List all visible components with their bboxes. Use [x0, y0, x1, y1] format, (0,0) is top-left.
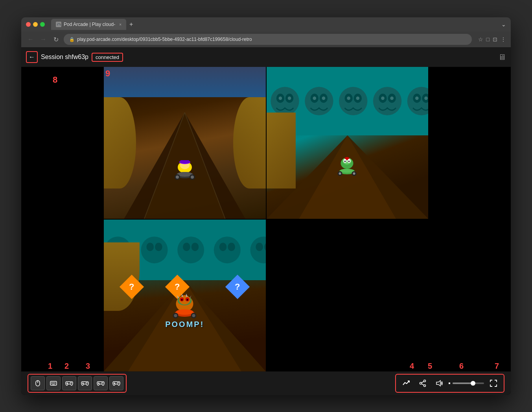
game-screen-bottom-left: ? ? ? — [104, 220, 266, 371]
svg-point-80 — [256, 243, 263, 251]
back-arrow-icon: ← — [29, 54, 35, 61]
svg-point-43 — [424, 96, 428, 100]
session-title: Session shfw63p — [41, 54, 88, 61]
svg-point-72 — [155, 243, 162, 251]
annotation-7: 7 — [495, 362, 499, 371]
svg-point-99 — [176, 309, 193, 315]
volume-slider[interactable] — [449, 382, 484, 384]
game-area: 8 — [21, 67, 511, 395]
game-grid: 9 — [104, 67, 428, 371]
svg-point-126 — [101, 382, 102, 383]
svg-marker-92 — [186, 294, 188, 297]
svg-point-22 — [278, 96, 282, 100]
svg-rect-7 — [180, 160, 190, 163]
fullscreen-button[interactable] — [486, 376, 501, 390]
volume-button[interactable] — [432, 376, 446, 390]
svg-point-33 — [356, 96, 359, 100]
tab-close-button[interactable]: × — [119, 22, 121, 27]
share-button[interactable] — [416, 376, 430, 390]
slider-dot — [449, 382, 450, 384]
toolbar-left-group — [28, 374, 127, 393]
gamepad4-button[interactable] — [109, 376, 123, 390]
volume-icon — [435, 379, 443, 387]
sand-right — [233, 97, 265, 188]
svg-point-19 — [271, 87, 299, 115]
bookmark-icon[interactable]: ☆ — [478, 36, 483, 42]
fullscreen-icon — [490, 379, 497, 387]
browser-menu-icon[interactable]: ⋮ — [501, 36, 506, 42]
svg-marker-137 — [436, 381, 440, 386]
mouse-button[interactable] — [31, 376, 45, 390]
mouse-icon — [34, 380, 41, 387]
annotation-6: 6 — [459, 362, 464, 371]
sand-left-2 — [267, 113, 296, 188]
gamepad2-button[interactable] — [78, 376, 92, 390]
minimize-button[interactable] — [33, 22, 38, 27]
svg-point-28 — [322, 96, 325, 100]
profile-icon[interactable]: ⊡ — [493, 36, 497, 42]
extensions-icon[interactable]: □ — [486, 36, 490, 42]
svg-point-133 — [424, 385, 426, 387]
stats-button[interactable] — [399, 376, 413, 390]
tab-favicon: 🎮 — [56, 22, 61, 27]
annotation-3: 3 — [86, 362, 90, 371]
svg-point-42 — [415, 96, 418, 100]
tab-bar: 🎮 Pod Arcade | Play cloud- × + — [51, 19, 498, 30]
settings-icon[interactable]: 🖥 — [498, 53, 506, 62]
back-nav-button[interactable]: ← — [26, 36, 35, 43]
annotation-4: 4 — [410, 362, 414, 371]
stats-icon — [402, 379, 410, 387]
gamepad1-button[interactable] — [62, 376, 76, 390]
svg-point-70 — [141, 236, 168, 263]
svg-point-73 — [177, 236, 204, 263]
svg-point-38 — [390, 96, 394, 100]
forward-nav-button[interactable]: → — [39, 36, 48, 43]
svg-point-27 — [313, 96, 316, 100]
svg-line-135 — [422, 384, 424, 385]
yoshi-kart — [335, 155, 360, 176]
active-tab[interactable]: 🎮 Pod Arcade | Play cloud- × — [51, 19, 126, 30]
fullscreen-button-titlebar[interactable] — [40, 22, 45, 27]
svg-line-136 — [422, 382, 424, 383]
address-bar: ← → ↻ 🔒 play.pod-arcade.com/desktop/0931… — [21, 31, 511, 47]
svg-point-32 — [347, 96, 350, 100]
svg-marker-93 — [190, 295, 191, 298]
svg-point-123 — [87, 382, 87, 383]
gamepad2-icon — [81, 380, 89, 386]
svg-point-59 — [340, 169, 354, 173]
gamepad3-icon — [97, 380, 105, 386]
connected-badge: connected — [92, 53, 123, 62]
url-bar[interactable]: 🔒 play.pod-arcade.com/desktop/0931cbb5-5… — [64, 34, 472, 45]
keyboard-button[interactable] — [46, 376, 61, 390]
sand-left — [104, 97, 136, 188]
title-bar: 🎮 Pod Arcade | Play cloud- × + ⌄ — [21, 17, 511, 31]
slider-thumb[interactable] — [471, 381, 475, 386]
svg-point-118 — [70, 382, 71, 383]
gamepad1-icon — [65, 380, 73, 386]
back-button[interactable]: ← — [26, 51, 38, 63]
slider-track[interactable] — [453, 382, 484, 384]
gamepad3-button[interactable] — [94, 376, 108, 390]
svg-point-132 — [424, 380, 426, 382]
game-screen-top-right — [267, 67, 429, 219]
close-button[interactable] — [26, 22, 31, 27]
reload-button[interactable]: ↻ — [51, 36, 61, 43]
share-icon — [419, 379, 427, 387]
svg-point-127 — [102, 382, 103, 383]
game-screen-top-left: 9 — [104, 67, 266, 219]
url-text: play.pod-arcade.com/desktop/0931cbb5-5bb… — [77, 37, 252, 42]
svg-point-74 — [183, 243, 190, 251]
svg-point-131 — [118, 382, 119, 383]
svg-point-29 — [339, 87, 367, 115]
bowser-kart — [170, 293, 199, 318]
tab-expand-icon[interactable]: ⌄ — [501, 21, 506, 28]
svg-point-62 — [339, 172, 341, 175]
svg-point-134 — [420, 382, 422, 384]
svg-point-78 — [228, 243, 235, 251]
new-tab-button[interactable]: + — [129, 21, 133, 28]
annotation-5: 5 — [428, 362, 432, 371]
browser-window: 🎮 Pod Arcade | Play cloud- × + ⌄ ← → ↻ 🔒… — [21, 17, 511, 395]
slider-fill — [453, 382, 471, 384]
wario-kart — [171, 157, 199, 181]
svg-point-71 — [146, 243, 154, 251]
